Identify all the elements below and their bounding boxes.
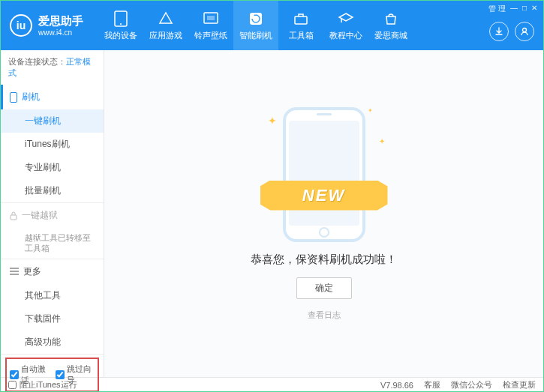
new-banner: NEW bbox=[260, 181, 388, 211]
sidebar-item-pro[interactable]: 专业刷机 bbox=[1, 156, 104, 179]
phone-small-icon bbox=[10, 92, 17, 103]
sidebar-item-batch[interactable]: 批量刷机 bbox=[1, 179, 104, 202]
jailbreak-note: 越狱工具已转移至工具箱 bbox=[1, 228, 104, 259]
graduate-icon bbox=[338, 10, 354, 27]
svg-rect-8 bbox=[11, 215, 17, 220]
sidebar-header-jailbreak: 一键越狱 bbox=[1, 203, 104, 228]
wechat-link[interactable]: 微信公众号 bbox=[451, 379, 492, 391]
tab-label: 智能刷机 bbox=[239, 30, 272, 41]
window-controls: 管 理 — □ ✕ bbox=[488, 4, 537, 14]
ok-button[interactable]: 确定 bbox=[296, 277, 352, 299]
sidebar-item-download[interactable]: 下载固件 bbox=[1, 307, 104, 331]
wallpaper-icon bbox=[203, 10, 219, 27]
service-link[interactable]: 客服 bbox=[424, 379, 440, 391]
view-log-link[interactable]: 查看日志 bbox=[308, 310, 341, 321]
tab-my-device[interactable]: 我的设备 bbox=[98, 1, 143, 50]
app-url: www.i4.cn bbox=[38, 28, 83, 37]
tab-apps[interactable]: 应用游戏 bbox=[143, 1, 188, 50]
nav-tabs: 我的设备 应用游戏 铃声壁纸 智能刷机 工具箱 教程中心 爱思商城 bbox=[98, 1, 534, 50]
tab-label: 工具箱 bbox=[289, 30, 314, 41]
star-icon: ✦ bbox=[268, 115, 277, 127]
svg-rect-3 bbox=[207, 16, 215, 20]
app-name: 爱思助手 bbox=[38, 14, 83, 28]
app-header: iu 爱思助手 www.i4.cn 我的设备 应用游戏 铃声壁纸 智能刷机 工具… bbox=[1, 1, 543, 50]
svg-rect-5 bbox=[295, 16, 307, 24]
menu-icon bbox=[10, 268, 19, 275]
update-link[interactable]: 检查更新 bbox=[503, 379, 536, 391]
lock-icon bbox=[10, 211, 17, 220]
star-icon: ✦ bbox=[379, 137, 385, 145]
user-button[interactable] bbox=[515, 22, 534, 41]
phone-icon bbox=[113, 10, 129, 27]
close-button[interactable]: ✕ bbox=[531, 4, 537, 14]
svg-point-1 bbox=[120, 23, 122, 25]
refresh-icon bbox=[248, 10, 264, 27]
sidebar-item-itunes[interactable]: iTunes刷机 bbox=[1, 133, 104, 156]
mgmt-button[interactable]: 管 理 bbox=[488, 4, 506, 14]
tab-label: 应用游戏 bbox=[149, 30, 182, 41]
sidebar-item-oneclick[interactable]: 一键刷机 bbox=[1, 109, 104, 133]
version-label: V7.98.66 bbox=[380, 381, 413, 390]
tab-store[interactable]: 爱思商城 bbox=[368, 1, 413, 50]
logo-area: iu 爱思助手 www.i4.cn bbox=[10, 14, 83, 37]
tab-label: 我的设备 bbox=[104, 30, 137, 41]
tab-label: 爱思商城 bbox=[374, 30, 407, 41]
sidebar-header-more[interactable]: 更多 bbox=[1, 259, 104, 284]
sidebar: 设备连接状态：正常模式 刷机 一键刷机 iTunes刷机 专业刷机 批量刷机 一… bbox=[1, 50, 104, 377]
apps-icon bbox=[158, 10, 174, 27]
tab-flash[interactable]: 智能刷机 bbox=[233, 1, 278, 50]
minimize-button[interactable]: — bbox=[510, 4, 518, 14]
star-icon: ✦ bbox=[368, 107, 373, 114]
phone-illustration: ✦ ✦ ✦ NEW bbox=[268, 107, 380, 242]
svg-rect-7 bbox=[11, 92, 17, 102]
tab-tutorials[interactable]: 教程中心 bbox=[323, 1, 368, 50]
main-content: ✦ ✦ ✦ NEW 恭喜您，保资料刷机成功啦！ 确定 查看日志 bbox=[104, 50, 543, 377]
cb-block-itunes[interactable]: 阻止iTunes运行 bbox=[8, 379, 77, 391]
connection-status: 设备连接状态：正常模式 bbox=[1, 50, 104, 85]
maximize-button[interactable]: □ bbox=[522, 4, 527, 14]
sidebar-item-other[interactable]: 其他工具 bbox=[1, 284, 104, 307]
download-button[interactable] bbox=[489, 22, 509, 41]
success-message: 恭喜您，保资料刷机成功啦！ bbox=[251, 253, 397, 267]
tab-label: 教程中心 bbox=[329, 30, 362, 41]
store-icon bbox=[383, 10, 399, 27]
tab-label: 铃声壁纸 bbox=[194, 30, 227, 41]
sidebar-header-flash[interactable]: 刷机 bbox=[1, 85, 104, 109]
svg-point-6 bbox=[523, 28, 527, 32]
sidebar-item-advanced[interactable]: 高级功能 bbox=[1, 331, 104, 354]
tab-toolbox[interactable]: 工具箱 bbox=[278, 1, 323, 50]
toolbox-icon bbox=[293, 10, 309, 27]
logo-icon: iu bbox=[10, 14, 32, 37]
tab-ringtones[interactable]: 铃声壁纸 bbox=[188, 1, 233, 50]
